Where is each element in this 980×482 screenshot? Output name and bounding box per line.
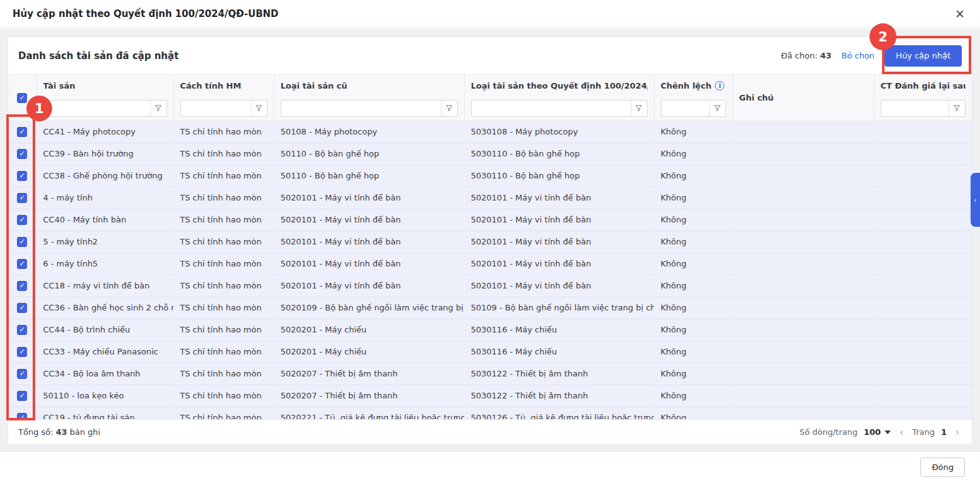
funnel-icon[interactable] [631,101,647,116]
cell-ct [874,385,972,407]
funnel-icon[interactable] [441,101,457,116]
rows-per-page-select[interactable]: 100 [864,427,891,437]
cell-method: TS chỉ tính hao mòn [173,275,274,297]
row-checkbox-cell: ✓ [8,143,36,165]
table-row[interactable]: ✓ CC18 - máy vi tính để bàn TS chỉ tính … [8,275,972,297]
row-checkbox[interactable]: ✓ [17,127,27,137]
filter-cell-old-type [274,96,464,121]
row-checkbox[interactable]: ✓ [17,259,27,269]
table-row[interactable]: ✓ 4 - máy tính TS chỉ tính hao mòn 50201… [8,187,972,209]
cell-diff: Không [654,231,732,253]
row-checkbox[interactable]: ✓ [17,237,27,247]
side-panel-toggle[interactable]: ‹ [971,173,980,227]
col-header-ct[interactable]: CT Đánh giá lại sau cậ... [874,75,972,96]
deselect-link[interactable]: Bỏ chọn [842,51,875,60]
row-checkbox[interactable]: ✓ [17,303,27,313]
cell-method: TS chỉ tính hao mòn [173,385,274,407]
row-checkbox[interactable]: ✓ [17,369,27,379]
row-checkbox[interactable]: ✓ [17,325,27,335]
cell-diff: Không [654,143,732,165]
cell-method: TS chỉ tính hao mòn [173,407,274,419]
funnel-icon[interactable] [709,101,726,116]
table-row[interactable]: ✓ CC19 - tủ đựng tài sản TS chỉ tính hao… [8,407,972,419]
table-row[interactable]: ✓ CC40 - Máy tính bàn TS chỉ tính hao mò… [8,209,972,231]
table-row[interactable]: ✓ 5 - máy tính2 TS chỉ tính hao mòn 5020… [8,231,972,253]
col-header-note[interactable]: Ghi chú [732,75,874,121]
row-checkbox[interactable]: ✓ [17,281,27,291]
funnel-icon[interactable] [949,101,965,116]
cell-new-type: 5030110 - Bộ bàn ghế họp [464,165,654,187]
info-icon[interactable]: i [715,81,724,90]
cell-asset: CC36 - Bàn ghế học sinh 2 chỗ ngồ... [36,297,173,319]
table-row[interactable]: ✓ CC38 - Ghế phòng hội trường TS chỉ tín… [8,165,972,187]
funnel-icon[interactable] [150,101,166,116]
col-header-method[interactable]: Cách tính HM [173,75,274,96]
filter-input-ct[interactable] [881,101,949,116]
table-row[interactable]: ✓ CC33 - Máy chiếu Panasonic TS chỉ tính… [8,341,972,363]
table-row[interactable]: ✓ CC36 - Bàn ghế học sinh 2 chỗ ngồ... T… [8,297,972,319]
col-header-old-type[interactable]: Loại tài sản cũ [274,75,464,96]
table-row[interactable]: ✓ CC41 - Máy photocopy TS chỉ tính hao m… [8,121,972,143]
cell-ct [874,187,972,209]
filter-input-diff[interactable] [662,101,709,116]
row-checkbox[interactable]: ✓ [17,149,27,159]
cell-diff: Không [654,297,732,319]
cell-asset: CC44 - Bộ trình chiếu [36,319,173,341]
row-checkbox[interactable]: ✓ [17,215,27,225]
filter-input-method[interactable] [181,101,251,116]
cell-method: TS chỉ tính hao mòn [173,253,274,275]
row-checkbox[interactable]: ✓ [17,171,27,181]
table-row[interactable]: ✓ 6 - máy tính5 TS chỉ tính hao mòn 5020… [8,253,972,275]
cell-note [732,319,874,341]
table-row[interactable]: ✓ 50110 - loa kẹo kéo TS chỉ tính hao mò… [8,385,972,407]
cell-asset: CC19 - tủ đựng tài sản [36,407,173,419]
row-checkbox[interactable]: ✓ [17,347,27,357]
cell-diff: Không [654,363,732,385]
row-checkbox-cell: ✓ [8,165,36,187]
table-body: ✓ CC41 - Máy photocopy TS chỉ tính hao m… [8,121,972,419]
dialog-title: Hủy cập nhật theo Quyết định 100/2024/QĐ… [13,8,952,19]
cell-method: TS chỉ tính hao mòn [173,363,274,385]
cell-method: TS chỉ tính hao mòn [173,121,274,143]
cancel-update-button[interactable]: Hủy cập nhật [885,45,962,67]
chevron-left-icon: ‹ [974,196,976,204]
cell-new-type: 5030108 - Máy photocopy [464,121,654,143]
table-row[interactable]: ✓ CC44 - Bộ trình chiếu TS chỉ tính hao … [8,319,972,341]
col-header-new-type[interactable]: Loại tài sản theo Quyết định 100/2024/QĐ… [464,75,654,96]
row-checkbox[interactable]: ✓ [17,413,27,419]
cell-diff: Không [654,187,732,209]
cell-ct [874,363,972,385]
panel-header: Danh sách tài sản đã cập nhật Đã chọn: 4… [8,37,972,74]
panel-heading: Danh sách tài sản đã cập nhật [18,50,771,62]
table-row[interactable]: ✓ CC34 - Bộ loa âm thanh TS chỉ tính hao… [8,363,972,385]
page-label: Trang [912,427,935,437]
asset-table: ✓ Tài sản Cách tính HM Loại tài sản cũ L… [8,75,972,419]
cell-old-type: 5020101 - Máy vi tính để bàn [274,209,464,231]
select-all-checkbox[interactable]: ✓ [17,93,27,103]
cell-old-type: 5020101 - Máy vi tính để bàn [274,275,464,297]
cell-note [732,385,874,407]
col-header-asset[interactable]: Tài sản [36,75,173,96]
next-page-icon[interactable]: › [953,427,962,438]
filter-cell-method [173,96,274,121]
table-row[interactable]: ✓ CC39 - Bàn hội trường TS chỉ tính hao … [8,143,972,165]
prev-page-icon[interactable]: ‹ [897,427,906,438]
filter-input-old-type[interactable] [281,101,441,116]
col-header-diff[interactable]: Chênh lệch i [654,75,732,96]
cell-ct [874,121,972,143]
col-header-new-type-label: Loại tài sản theo Quyết định 100/2024/QĐ… [471,81,648,90]
filter-input-new-type[interactable] [472,101,631,116]
close-button[interactable]: Đóng [920,457,965,477]
row-checkbox[interactable]: ✓ [17,193,27,203]
close-icon[interactable]: ✕ [952,6,967,23]
filter-input-asset[interactable] [44,101,150,116]
cell-asset: CC39 - Bàn hội trường [36,143,173,165]
cell-asset: CC40 - Máy tính bàn [36,209,173,231]
cell-old-type: 5020101 - Máy vi tính để bàn [274,253,464,275]
row-checkbox[interactable]: ✓ [17,391,27,401]
dialog-body: Danh sách tài sản đã cập nhật Đã chọn: 4… [0,29,980,451]
funnel-icon[interactable] [251,101,267,116]
cell-method: TS chỉ tính hao mòn [173,297,274,319]
cell-asset: 50110 - loa kẹo kéo [36,385,173,407]
col-header-old-type-label: Loại tài sản cũ [281,81,347,90]
